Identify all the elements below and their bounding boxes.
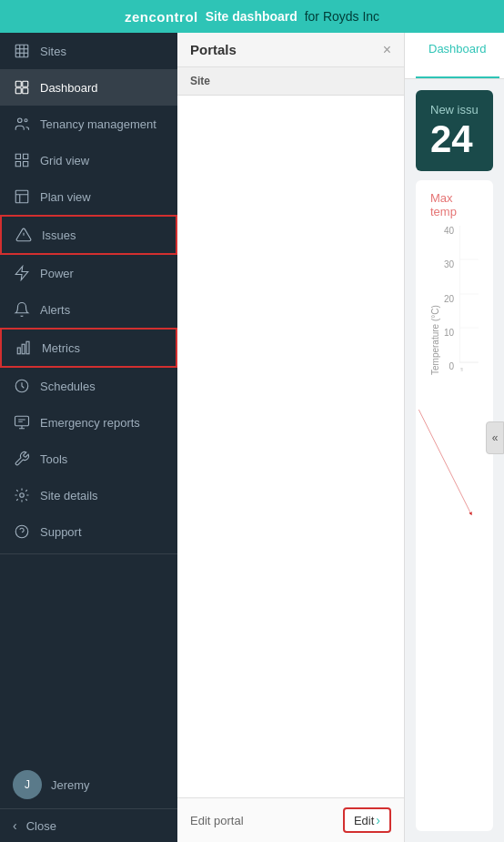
site-details-icon — [13, 486, 31, 504]
client-name: Royds Inc — [323, 9, 379, 24]
y-tick: 10 — [444, 328, 454, 338]
chevron-right-icon: › — [376, 813, 380, 827]
max-temp-label: Max temp — [430, 191, 479, 218]
sidebar-item-power[interactable]: Power — [0, 255, 177, 291]
dashboard-tabs: Dashboard Colour Pick — [405, 33, 504, 79]
dashboard-panel: Dashboard Colour Pick New issu 24 Max te… — [405, 33, 504, 842]
portals-panel: Portals × Site Edit portal Edit › — [177, 33, 405, 842]
portals-close-button[interactable]: × — [383, 43, 391, 57]
top-header: zencontrol Site dashboard for Royds Inc — [0, 0, 504, 33]
svg-point-20 — [15, 525, 28, 538]
plan-icon — [13, 188, 31, 206]
sidebar-item-schedules[interactable]: Schedules — [0, 368, 177, 404]
svg-point-9 — [18, 118, 23, 123]
sidebar-item-tools[interactable]: Tools — [0, 441, 177, 477]
chart-body: 12:00 — [459, 226, 479, 375]
sidebar-label-power: Power — [40, 267, 74, 280]
svg-rect-18 — [15, 416, 29, 426]
sidebar-item-site-details[interactable]: Site details — [0, 477, 177, 513]
svg-point-10 — [25, 119, 27, 122]
schedules-icon — [13, 377, 31, 395]
sidebar-label-issues: Issues — [42, 228, 76, 242]
sidebar-label-emergency-reports: Emergency reports — [40, 416, 140, 430]
sidebar-label-support: Support — [40, 525, 82, 539]
sidebar-label-tools: Tools — [40, 452, 67, 466]
dashboard-content: New issu 24 Max temp Temperature (°C) 40… — [405, 79, 504, 842]
sidebar-label-dashboard: Dashboard — [40, 81, 98, 95]
chart-svg: 12:00 — [459, 226, 479, 371]
sidebar-label-sites: Sites — [40, 45, 66, 58]
user-name: Jeremy — [51, 778, 90, 792]
sidebar-item-tenancy[interactable]: Tenancy management — [0, 106, 177, 142]
avatar: J — [13, 770, 42, 799]
grid-icon — [13, 151, 31, 169]
new-issues-card: New issu 24 — [416, 90, 493, 171]
svg-rect-11 — [15, 190, 28, 203]
svg-rect-8 — [23, 88, 28, 94]
sidebar-label-tenancy: Tenancy management — [40, 117, 156, 131]
sidebar-label-schedules: Schedules — [40, 380, 96, 393]
sidebar-label-metrics: Metrics — [42, 341, 80, 355]
emergency-icon — [13, 413, 31, 431]
y-tick: 40 — [444, 226, 454, 236]
metrics-icon — [15, 339, 33, 357]
sidebar-label-site-details: Site details — [40, 489, 98, 502]
tenancy-icon — [13, 115, 31, 133]
sidebar-item-grid-view[interactable]: Grid view — [0, 142, 177, 178]
y-axis-label: Temperature (°C) — [430, 226, 440, 375]
y-axis: 403020100 — [444, 226, 459, 371]
svg-rect-0 — [15, 45, 28, 57]
portals-column-header: Site — [177, 67, 404, 96]
for-label: for — [305, 9, 319, 24]
chart-area: Temperature (°C) 403020100 — [430, 226, 479, 375]
svg-point-19 — [20, 493, 25, 498]
y-tick: 0 — [449, 361, 455, 371]
new-issues-label: New issu — [430, 103, 479, 117]
tab-dashboard[interactable]: Dashboard — [416, 33, 499, 78]
svg-rect-16 — [26, 341, 29, 354]
sidebar-divider — [0, 553, 177, 554]
tab-colour-pick[interactable]: Colour Pick — [499, 33, 504, 78]
sidebar-item-alerts[interactable]: Alerts — [0, 291, 177, 328]
collapse-button[interactable]: « — [486, 421, 504, 454]
header-title: Site dashboard for Royds Inc — [206, 9, 379, 24]
edit-portal-label: Edit portal — [190, 814, 244, 827]
portals-header: Portals × — [177, 33, 404, 67]
content-area: Portals × Site Edit portal Edit › Dashbo… — [177, 33, 504, 842]
portals-content — [177, 96, 404, 797]
portals-title: Portals — [190, 42, 237, 57]
svg-rect-15 — [22, 344, 25, 354]
user-profile[interactable]: J Jeremy — [0, 761, 177, 808]
sidebar: SitesDashboardTenancy managementGrid vie… — [0, 33, 177, 842]
alerts-icon — [13, 300, 31, 319]
sidebar-item-metrics[interactable]: Metrics — [0, 328, 177, 368]
sidebar-item-support[interactable]: Support — [0, 513, 177, 550]
support-icon — [13, 522, 31, 541]
svg-text:12:00: 12:00 — [460, 366, 463, 371]
sidebar-item-issues[interactable]: Issues — [0, 215, 177, 255]
tools-icon — [13, 450, 31, 468]
new-issues-number: 24 — [430, 120, 479, 158]
max-temp-card: Max temp Temperature (°C) 403020100 — [416, 180, 493, 831]
edit-btn-label: Edit — [354, 814, 374, 827]
y-tick: 30 — [444, 259, 454, 269]
sidebar-label-alerts: Alerts — [40, 303, 70, 317]
chevron-left-icon: ‹ — [13, 818, 17, 833]
site-dashboard-label: Site dashboard — [206, 9, 297, 24]
close-label: Close — [26, 819, 56, 833]
sidebar-item-plan-view[interactable]: Plan view — [0, 178, 177, 215]
brand-logo: zencontrol — [125, 9, 198, 25]
close-sidebar-button[interactable]: ‹ Close — [0, 808, 177, 842]
sidebar-label-grid-view: Grid view — [40, 154, 89, 167]
sidebar-bottom: J Jeremy ‹ Close — [0, 761, 177, 842]
sidebar-item-emergency-reports[interactable]: Emergency reports — [0, 404, 177, 441]
main-layout: SitesDashboardTenancy managementGrid vie… — [0, 33, 504, 842]
sidebar-label-plan-view: Plan view — [40, 190, 91, 204]
sidebar-item-dashboard[interactable]: Dashboard — [0, 69, 177, 106]
building-icon — [13, 42, 31, 60]
edit-button[interactable]: Edit › — [343, 807, 391, 833]
issues-icon — [15, 226, 33, 244]
power-icon — [13, 264, 31, 282]
sidebar-item-sites[interactable]: Sites — [0, 33, 177, 69]
svg-rect-14 — [17, 348, 20, 354]
